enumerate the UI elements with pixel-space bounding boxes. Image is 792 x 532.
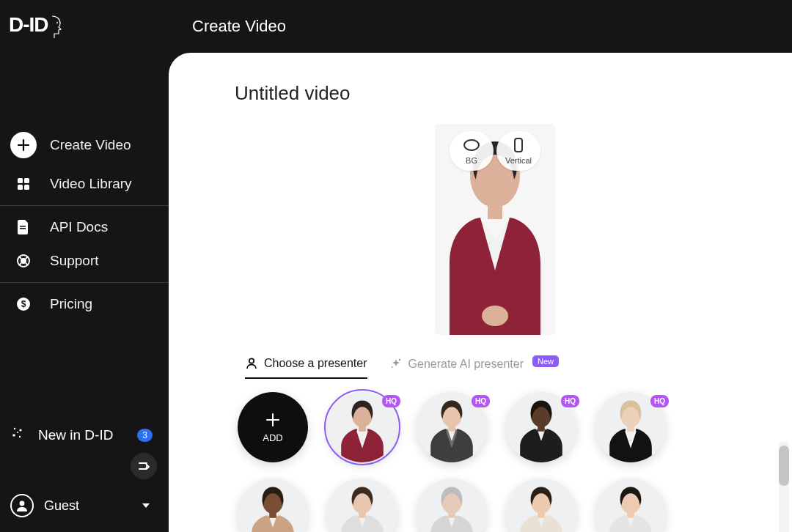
scrollbar[interactable] [779, 441, 789, 532]
svg-text:$: $ [21, 299, 26, 309]
sidebar-item-label: Create Video [50, 137, 131, 153]
hq-badge: HQ [650, 395, 669, 407]
user-name: Guest [44, 498, 79, 514]
svg-point-19 [482, 306, 508, 326]
presenter-tile[interactable] [506, 479, 576, 532]
doc-icon [10, 220, 37, 234]
bg-label: BG [466, 156, 477, 165]
svg-rect-18 [488, 203, 502, 219]
svg-point-12 [19, 429, 21, 431]
user-menu[interactable]: Guest [0, 487, 169, 525]
sidebar-item-label: Video Library [50, 176, 132, 192]
lifebuoy-icon [10, 254, 37, 268]
sidebar-item-label: Pricing [50, 296, 92, 312]
hq-badge: HQ [472, 395, 490, 407]
svg-point-11 [14, 428, 15, 429]
svg-point-20 [249, 358, 254, 363]
svg-rect-1 [18, 178, 23, 183]
hq-badge: HQ [561, 395, 579, 407]
dollar-icon: $ [10, 297, 37, 311]
editor-canvas: Untitled video [169, 53, 792, 532]
grid-icon [10, 177, 37, 191]
person-icon [245, 357, 258, 370]
page-title: Create Video [192, 17, 286, 36]
svg-rect-3 [18, 185, 23, 190]
presenter-tile[interactable]: HQ [327, 392, 397, 462]
brand-logo: D-ID [0, 13, 169, 43]
sidebar-item-pricing[interactable]: $ Pricing [0, 287, 169, 321]
sparkle-icon [389, 358, 403, 371]
sidebar-item-label: Support [50, 253, 99, 269]
presenter-list: ADD HQ HQ HQ HQ [235, 392, 755, 532]
sidebar-item-api-docs[interactable]: API Docs [0, 210, 169, 244]
svg-point-13 [12, 434, 15, 437]
add-label: ADD [263, 432, 282, 443]
presenter-tile[interactable] [595, 479, 666, 532]
svg-rect-5 [20, 226, 26, 227]
divider [0, 282, 169, 283]
svg-point-14 [19, 436, 21, 437]
bg-shape-icon [463, 137, 480, 153]
sidebar-item-support[interactable]: Support [0, 244, 169, 278]
plus-icon [10, 132, 37, 158]
presenter-tile[interactable] [417, 479, 487, 532]
svg-point-0 [56, 22, 58, 23]
vertical-label: Vertical [505, 156, 532, 165]
new-in-count-badge: 3 [137, 429, 153, 442]
avatar-icon [10, 494, 34, 517]
svg-rect-4 [24, 185, 29, 190]
vertical-shape-icon [510, 137, 527, 153]
collapse-icon [138, 461, 150, 471]
presenter-tile[interactable]: HQ [506, 392, 576, 462]
video-title-input[interactable]: Untitled video [235, 82, 755, 105]
plus-icon [265, 412, 281, 428]
topbar: Create Video [169, 0, 792, 53]
orientation-toggle[interactable]: Vertical [496, 131, 540, 171]
background-toggle[interactable]: BG [450, 131, 494, 171]
tab-label: Generate AI presenter [408, 358, 524, 371]
sidebar-item-label: API Docs [50, 219, 108, 235]
svg-point-21 [398, 359, 400, 361]
sidebar-item-create-video[interactable]: Create Video [0, 123, 169, 167]
logo-head-icon [50, 15, 63, 43]
add-presenter-button[interactable]: ADD [238, 392, 308, 462]
divider [0, 205, 169, 206]
scrollbar-thumb[interactable] [779, 446, 789, 486]
tab-choose-presenter[interactable]: Choose a presenter [245, 357, 367, 379]
sidebar-item-new-in[interactable]: New in D-ID 3 [0, 417, 169, 453]
svg-point-15 [17, 432, 18, 433]
video-preview: BG Vertical [435, 124, 555, 335]
new-in-label: New in D-ID [38, 427, 113, 443]
brand-text: D-ID [9, 13, 48, 37]
presenter-tile[interactable] [327, 479, 397, 532]
tab-label: Choose a presenter [264, 357, 367, 370]
svg-point-16 [20, 501, 25, 506]
presenter-tile[interactable]: HQ [417, 392, 487, 462]
sidebar-item-video-library[interactable]: Video Library [0, 167, 169, 201]
new-badge: New [532, 355, 559, 367]
svg-point-22 [391, 366, 392, 368]
presenter-tile[interactable] [238, 479, 308, 532]
chevron-down-icon [142, 503, 150, 508]
tab-generate-presenter[interactable]: Generate AI presenter New [389, 357, 559, 379]
svg-rect-2 [24, 178, 29, 183]
svg-point-8 [21, 259, 26, 263]
svg-rect-6 [20, 228, 26, 229]
sparkle-icon [10, 426, 25, 444]
collapse-sidebar-button[interactable] [131, 453, 157, 479]
presenter-tile[interactable]: HQ [595, 392, 666, 462]
hq-badge: HQ [382, 395, 400, 407]
sidebar: D-ID Create Video [0, 0, 169, 532]
